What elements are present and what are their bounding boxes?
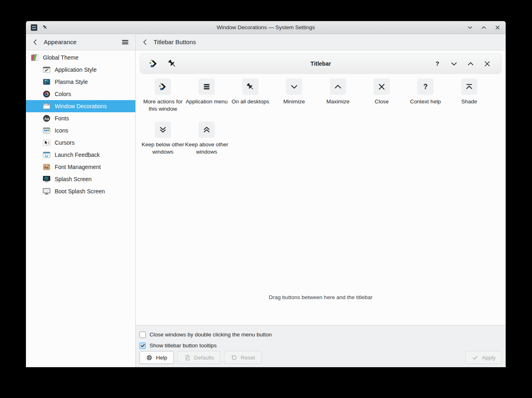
option-close-windows-by-double-clicking-the-menu-button: Close windows by double clicking the men… [139, 329, 502, 340]
content: Titlebar Buttons Titlebar ? More actions… [136, 34, 506, 367]
button-label: Apply [482, 355, 496, 361]
sidebar-item-label: Global Theme [43, 54, 79, 61]
global-theme-icon [31, 53, 39, 62]
apply-button[interactable]: Apply [465, 351, 502, 364]
palette-item-label: Shade [447, 98, 491, 105]
boot-splash-screen-icon [43, 187, 51, 195]
sidebar-item-label: Font Management [55, 164, 101, 170]
check-icon [472, 354, 479, 361]
palette-item-keep-above-other-windows: Keep above other windows [185, 122, 229, 156]
titlebar-preview: Titlebar ? [140, 53, 502, 74]
hamburger-menu-button[interactable] [121, 38, 130, 47]
page-title: Titlebar Buttons [154, 39, 196, 45]
svg-text:Aa: Aa [44, 117, 49, 121]
shade-icon[interactable] [461, 79, 477, 95]
sidebar-item-fonts[interactable]: AaFonts [26, 112, 135, 124]
application-style-icon [43, 66, 51, 74]
sidebar-item-global-theme[interactable]: Global Theme [26, 51, 135, 64]
sidebar-header: Appearance [26, 34, 135, 50]
sidebar-item-label: Icons [55, 127, 68, 134]
minimize-button[interactable] [467, 24, 473, 31]
sidebar-item-plasma-style[interactable]: Plasma Style [26, 76, 135, 88]
sidebar-item-label: Boot Splash Screen [55, 188, 105, 195]
button-label: Defaults [194, 355, 214, 361]
sidebar: Appearance Global ThemeApplication Style… [26, 34, 136, 367]
sidebar-back-label: Appearance [44, 39, 77, 45]
button-label: Help [156, 355, 167, 361]
sidebar-item-window-decorations[interactable]: Window Decorations [26, 100, 135, 112]
palette-item-shade: Shade [447, 79, 491, 113]
palette-item-label: Context help [404, 98, 447, 105]
chevron-up-icon[interactable] [330, 79, 346, 95]
checkbox-checked[interactable] [139, 342, 146, 349]
plasma-style-icon [43, 78, 51, 86]
close-icon[interactable] [374, 79, 390, 95]
double-chevron-up-icon[interactable] [199, 122, 215, 138]
sidebar-item-label: Application Style [55, 66, 97, 73]
chevron-down-icon[interactable] [286, 79, 302, 95]
palette-item-on-all-desktops: On all desktops [229, 79, 272, 113]
drag-hint-text: Drag buttons between here and the titleb… [136, 294, 506, 300]
palette-item-label: Application menu [185, 98, 229, 105]
double-chevron-down-icon[interactable] [155, 122, 171, 138]
sidebar-item-font-management[interactable]: AaFont Management [26, 161, 135, 173]
palette-row: Keep below other windowsKeep above other… [141, 122, 491, 156]
reset-button[interactable]: Reset [224, 351, 261, 364]
palette-item-label: Keep below other windows [141, 141, 185, 156]
palette-item-close: Close [360, 79, 404, 113]
palette-item-label: On all desktops [229, 98, 272, 105]
checkbox-unchecked[interactable] [139, 332, 146, 338]
pin-icon[interactable] [242, 79, 259, 95]
icons-icon [43, 126, 51, 135]
hamburger-icon[interactable] [199, 79, 215, 95]
options: Close windows by double clicking the men… [139, 329, 502, 351]
more-actions-icon[interactable] [155, 79, 171, 95]
sidebar-item-splash-screen[interactable]: Splash Screen [26, 173, 135, 185]
page-back-button[interactable] [141, 39, 149, 46]
titlebar-preview-title: Titlebar [140, 60, 501, 67]
sidebar-item-cursors[interactable]: ICursors [26, 137, 135, 149]
bottom-panel: Close windows by double clicking the men… [136, 325, 506, 367]
palette-item-application-menu: Application menu [185, 79, 229, 113]
sidebar-item-label: Plasma Style [55, 79, 88, 85]
palette-item-label: Close [360, 98, 404, 105]
palette-item-maximize: Maximize [316, 79, 360, 113]
svg-text:Aa: Aa [44, 165, 49, 169]
system-settings-icon [31, 24, 37, 31]
cursors-icon: I [43, 139, 51, 147]
window-titlebar: Window Decorations — System Settings [26, 21, 506, 34]
sidebar-item-application-style[interactable]: Application Style [26, 64, 135, 76]
pin-icon [42, 24, 48, 30]
window-decorations-icon [43, 102, 51, 110]
question-icon[interactable]: ? [417, 79, 434, 95]
page-header: Titlebar Buttons [136, 34, 506, 50]
launch-feedback-icon [43, 151, 51, 159]
colors-icon [43, 90, 51, 98]
defaults-button[interactable]: Defaults [177, 351, 221, 364]
palette-item-label: More actions for this window [141, 98, 185, 113]
help-button[interactable]: Help [139, 351, 174, 364]
maximize-button[interactable] [481, 24, 487, 31]
palette-item-keep-below-other-windows: Keep below other windows [141, 122, 185, 156]
sidebar-item-label: Colors [55, 91, 71, 97]
palette-item-context-help: ?Context help [404, 79, 447, 113]
sidebar-item-label: Cursors [55, 139, 75, 146]
svg-text:?: ? [423, 83, 428, 91]
sidebar-item-launch-feedback[interactable]: Launch Feedback [26, 149, 135, 161]
back-button[interactable] [32, 39, 39, 46]
sidebar-item-label: Window Decorations [55, 103, 107, 109]
sidebar-item-colors[interactable]: Colors [26, 88, 135, 100]
sidebar-item-icons[interactable]: Icons [26, 124, 135, 137]
palette-item-more-actions-for-this-window: More actions for this window [141, 79, 185, 113]
palette-row: More actions for this windowApplication … [141, 79, 491, 113]
reset-icon [231, 354, 237, 361]
titlebar-button-editor: Titlebar ? More actions for this windowA… [136, 50, 506, 325]
close-button[interactable] [494, 24, 501, 31]
button-label: Reset [241, 355, 255, 361]
sidebar-item-label: Splash Screen [55, 176, 92, 182]
button-palette: More actions for this windowApplication … [141, 79, 491, 165]
sidebar-item-boot-splash-screen[interactable]: Boot Splash Screen [26, 185, 135, 197]
sidebar-item-label: Launch Feedback [55, 152, 100, 158]
palette-item-label: Minimize [272, 98, 316, 105]
window-title: Window Decorations — System Settings [26, 24, 506, 30]
